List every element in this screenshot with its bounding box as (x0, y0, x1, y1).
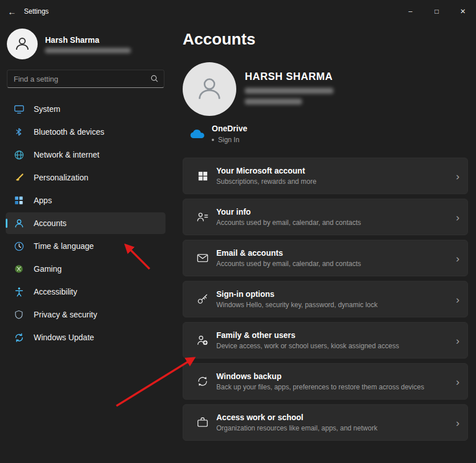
sidebar-item-network-internet[interactable]: Network & internet (6, 144, 166, 166)
card-subtitle: Accounts used by email, calendar, and co… (216, 219, 450, 227)
main-content: Accounts HARSH SHARMA OneDrive S (171, 23, 476, 463)
card-title: Email & accounts (216, 248, 450, 257)
sidebar: Harsh Sharma System (0, 23, 171, 463)
microsoft-logo-icon (189, 171, 216, 182)
card-sign-in-options[interactable]: Sign-in options Windows Hello, security … (183, 281, 468, 317)
card-title: Sign-in options (216, 289, 450, 299)
titlebar: ← Settings – □ ✕ (0, 0, 476, 23)
redacted-email (45, 48, 131, 53)
window-title: Settings (24, 7, 49, 15)
bluetooth-icon (13, 126, 25, 138)
sidebar-item-system[interactable]: System (6, 98, 166, 120)
accessibility-icon (13, 286, 25, 297)
contact-card-icon (189, 211, 216, 223)
person-icon (195, 74, 224, 104)
account-profile: HARSH SHARMA (183, 62, 468, 116)
maximize-icon: □ (434, 7, 438, 15)
minimize-icon: – (409, 7, 413, 15)
card-subtitle: Accounts used by email, calendar, and co… (216, 260, 450, 268)
card-email-accounts[interactable]: Email & accounts Accounts used by email,… (183, 240, 468, 276)
card-title: Your info (216, 207, 450, 216)
envelope-icon (189, 252, 216, 264)
card-subtitle: Device access, work or school users, kio… (216, 342, 450, 350)
maximize-button[interactable]: □ (423, 0, 450, 23)
key-icon (189, 293, 216, 305)
sidebar-item-gaming[interactable]: Gaming (6, 258, 166, 280)
card-family-other-users[interactable]: Family & other users Device access, work… (183, 322, 468, 359)
briefcase-icon (189, 416, 216, 429)
search-input[interactable] (7, 70, 164, 88)
system-icon (13, 103, 25, 115)
globe-icon (13, 149, 25, 160)
chevron-right-icon: › (450, 253, 459, 264)
update-icon (13, 332, 25, 343)
card-your-microsoft-account[interactable]: Your Microsoft account Subscriptions, re… (183, 158, 468, 194)
sidebar-item-bluetooth-devices[interactable]: Bluetooth & devices (6, 121, 166, 143)
card-subtitle: Subscriptions, rewards and more (216, 178, 450, 186)
back-button[interactable]: ← (0, 0, 24, 23)
sync-arrows-icon (189, 375, 216, 388)
card-your-info[interactable]: Your info Accounts used by email, calend… (183, 199, 468, 235)
search-icon (150, 74, 159, 83)
xbox-icon (13, 263, 25, 275)
clock-icon (13, 240, 25, 252)
sidebar-item-time-language[interactable]: Time & language (6, 235, 166, 257)
back-icon: ← (8, 7, 17, 17)
search-box (7, 70, 164, 88)
card-title: Family & other users (216, 331, 450, 340)
accounts-person-icon (13, 218, 25, 229)
card-title: Windows backup (216, 372, 450, 381)
shield-icon (13, 309, 25, 320)
sidebar-user-name: Harsh Sharma (45, 35, 131, 45)
chevron-right-icon: › (450, 294, 459, 305)
chevron-right-icon: › (450, 376, 459, 387)
avatar-large (183, 62, 236, 116)
onedrive-sign-in[interactable]: Sign In (218, 136, 239, 144)
paintbrush-icon (13, 172, 25, 183)
close-button[interactable]: ✕ (450, 0, 476, 23)
sidebar-item-accessibility[interactable]: Accessibility (6, 281, 166, 303)
card-access-work-school[interactable]: Access work or school Organization resou… (183, 404, 468, 441)
sidebar-item-accounts[interactable]: Accounts (6, 212, 166, 234)
redacted-account-type (245, 99, 302, 104)
chevron-right-icon: › (450, 212, 459, 223)
card-title: Your Microsoft account (216, 166, 450, 175)
onedrive-cloud-icon (189, 128, 205, 139)
onedrive-label: OneDrive (212, 124, 247, 133)
page-title: Accounts (183, 30, 468, 49)
card-subtitle: Organization resources like email, apps,… (216, 424, 450, 432)
onedrive-status: OneDrive Sign In (189, 124, 468, 144)
avatar (7, 29, 38, 59)
settings-cards: Your Microsoft account Subscriptions, re… (183, 158, 468, 441)
sidebar-item-apps[interactable]: Apps (6, 190, 166, 211)
account-name: HARSH SHARMA (245, 71, 333, 83)
apps-grid-icon (13, 195, 25, 206)
add-user-icon (189, 334, 216, 347)
card-title: Access work or school (216, 413, 450, 422)
close-icon: ✕ (460, 7, 466, 15)
sidebar-item-privacy-security[interactable]: Privacy & security (6, 304, 166, 325)
card-subtitle: Back up your files, apps, preferences to… (216, 383, 450, 391)
chevron-right-icon: › (450, 417, 459, 428)
redacted-email (245, 88, 333, 94)
card-subtitle: Windows Hello, security key, password, d… (216, 301, 450, 309)
sidebar-item-windows-update[interactable]: Windows Update (6, 327, 166, 348)
sidebar-item-personalization[interactable]: Personalization (6, 167, 166, 188)
status-dot (212, 139, 214, 141)
chevron-right-icon: › (450, 171, 459, 182)
person-icon (14, 35, 31, 53)
minimize-button[interactable]: – (397, 0, 423, 23)
sidebar-nav: System Bluetooth & devices Network & int… (6, 98, 166, 348)
sidebar-user-profile[interactable]: Harsh Sharma (6, 23, 166, 67)
window-controls: – □ ✕ (397, 0, 476, 23)
card-windows-backup[interactable]: Windows backup Back up your files, apps,… (183, 363, 468, 400)
chevron-right-icon: › (450, 335, 459, 346)
